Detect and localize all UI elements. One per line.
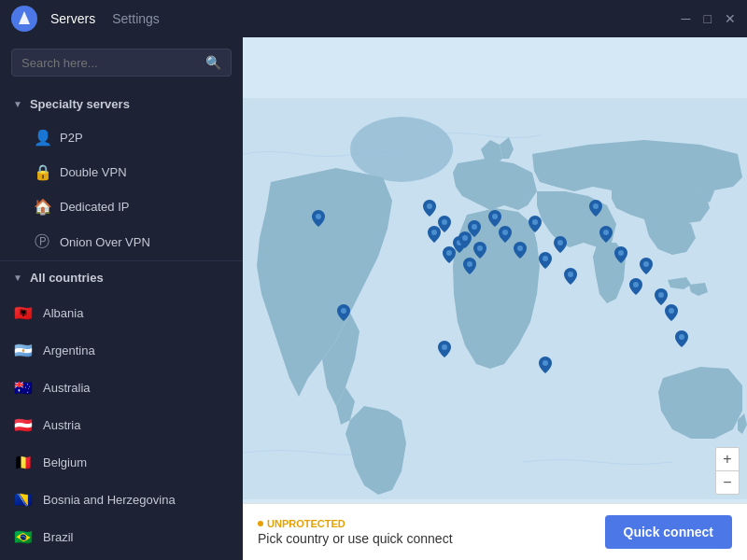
country-name-albania: Albania [43, 306, 83, 320]
dedicated-ip-label: Dedicated IP [60, 200, 129, 214]
quick-connect-button[interactable]: Quick connect [605, 515, 732, 549]
svg-point-2 [350, 117, 453, 182]
country-austria[interactable]: 🇦🇹 Austria [0, 406, 243, 443]
zoom-controls: + − [715, 447, 740, 495]
specialty-servers-header[interactable]: ▼ Specialty servers [0, 88, 243, 120]
country-name-bosnia: Bosnia and Herzegovina [43, 493, 176, 507]
unprotected-label: UNPROTECTED [267, 518, 345, 529]
map-area: + − UNPROTECTED Pick country or use quic… [243, 37, 747, 560]
flag-bosnia: 🇧🇦 [13, 489, 34, 510]
status-dot [258, 521, 263, 526]
specialty-servers-label: Specialty servers [30, 97, 130, 111]
nordvpn-logo [11, 6, 37, 32]
specialty-dedicated-ip[interactable]: 🏠 Dedicated IP [0, 189, 243, 224]
close-button[interactable]: ✕ [725, 11, 736, 26]
country-name-belgium: Belgium [43, 455, 87, 469]
search-icon: 🔍 [205, 55, 221, 70]
flag-albania: 🇦🇱 [13, 302, 34, 323]
double-vpn-label: Double VPN [60, 165, 127, 179]
flag-austria: 🇦🇹 [13, 414, 34, 435]
specialty-double-vpn[interactable]: 🔒 Double VPN [0, 155, 243, 189]
double-vpn-icon: 🔒 [34, 163, 50, 181]
status-message: Pick country or use quick connect [258, 531, 453, 546]
flag-australia: 🇦🇺 [13, 377, 34, 398]
all-countries-label: All countries [30, 271, 104, 285]
onion-vpn-icon: Ⓟ [34, 232, 50, 252]
titlebar: Servers Settings ─ □ ✕ [0, 0, 747, 37]
zoom-out-button[interactable]: − [716, 471, 739, 494]
titlebar-nav: Servers Settings [50, 11, 160, 26]
maximize-button[interactable]: □ [704, 11, 712, 26]
country-albania[interactable]: 🇦🇱 Albania [0, 294, 243, 331]
country-name-austria: Austria [43, 418, 80, 432]
country-name-brazil: Brazil [43, 530, 74, 544]
status-bar: UNPROTECTED Pick country or use quick co… [243, 503, 747, 560]
sidebar: 🔍 ▼ Specialty servers 👤 P2P 🔒 Double VPN… [0, 37, 243, 560]
minimize-button[interactable]: ─ [682, 11, 691, 26]
chevron-down-icon: ▼ [13, 99, 22, 109]
p2p-label: P2P [60, 131, 83, 145]
all-countries-header[interactable]: ▼ All countries [0, 260, 243, 294]
chevron-down-icon-countries: ▼ [13, 273, 22, 283]
search-input[interactable] [21, 56, 205, 70]
country-bosnia[interactable]: 🇧🇦 Bosnia and Herzegovina [0, 481, 243, 518]
p2p-icon: 👤 [34, 129, 50, 147]
status-unprotected: UNPROTECTED [258, 518, 453, 529]
country-argentina[interactable]: 🇦🇷 Argentina [0, 331, 243, 369]
nav-servers[interactable]: Servers [50, 11, 95, 26]
world-map [243, 37, 747, 560]
flag-belgium: 🇧🇪 [13, 452, 34, 472]
dedicated-ip-icon: 🏠 [34, 198, 50, 216]
onion-vpn-label: Onion Over VPN [60, 235, 150, 249]
country-belgium[interactable]: 🇧🇪 Belgium [0, 443, 243, 481]
status-left: UNPROTECTED Pick country or use quick co… [258, 518, 453, 546]
sidebar-list: ▼ Specialty servers 👤 P2P 🔒 Double VPN 🏠… [0, 88, 243, 560]
zoom-in-button[interactable]: + [716, 448, 739, 470]
country-australia[interactable]: 🇦🇺 Australia [0, 369, 243, 406]
titlebar-left: Servers Settings [11, 6, 160, 32]
country-brazil[interactable]: 🇧🇷 Brazil [0, 518, 243, 555]
search-box[interactable]: 🔍 [11, 49, 232, 77]
country-name-australia: Australia [43, 381, 91, 395]
flag-brazil: 🇧🇷 [13, 526, 34, 547]
specialty-p2p[interactable]: 👤 P2P [0, 120, 243, 155]
nav-settings[interactable]: Settings [112, 11, 160, 26]
main-content: 🔍 ▼ Specialty servers 👤 P2P 🔒 Double VPN… [0, 37, 747, 560]
specialty-onion-vpn[interactable]: Ⓟ Onion Over VPN [0, 224, 243, 260]
country-name-argentina: Argentina [43, 343, 95, 357]
titlebar-controls: ─ □ ✕ [682, 11, 736, 26]
flag-argentina: 🇦🇷 [13, 340, 34, 360]
